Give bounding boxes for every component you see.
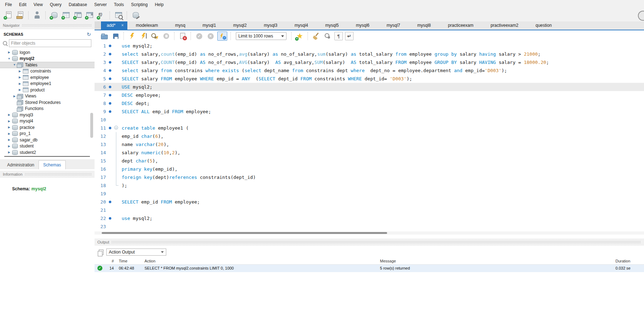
code-line[interactable]: 3SELECT salary,COUNT(emp_id) AS no_of_ro…	[95, 58, 644, 66]
code-line[interactable]: 11create table employee1 (	[95, 124, 644, 132]
menu-help[interactable]: Help	[151, 1, 167, 8]
output-row[interactable]: 1406:42:48SELECT * FROM mysql2.constrain…	[95, 265, 644, 272]
code-line[interactable]: 7DESC employee;	[95, 91, 644, 99]
chevron-collapsed-icon[interactable]: ▶	[7, 120, 11, 123]
chevron-collapsed-icon[interactable]: ▶	[7, 145, 11, 148]
tab-mysql3[interactable]: mysql3	[255, 21, 286, 30]
code-line[interactable]: 18);	[95, 181, 644, 190]
tab-mysql7[interactable]: mysql7	[378, 21, 409, 30]
tab-mysql8[interactable]: mysql8	[409, 21, 440, 30]
scrollbar-thumb[interactable]	[102, 232, 387, 234]
chevron-collapsed-icon[interactable]: ▶	[7, 151, 11, 154]
fold-line-icon[interactable]	[112, 173, 122, 181]
tab-mysql6[interactable]: mysql6	[348, 21, 378, 30]
sql-editor[interactable]: 1use mysql2;2select salary,count(emp_id)…	[95, 42, 644, 231]
inspector-icon[interactable]	[32, 11, 42, 20]
fold-line-icon[interactable]	[112, 165, 122, 173]
open-sql-script-icon[interactable]	[15, 11, 25, 20]
pilcrow-icon[interactable]	[334, 32, 343, 40]
menu-tools[interactable]: Tools	[110, 1, 127, 8]
menu-scripting[interactable]: Scripting	[127, 1, 151, 8]
code-line[interactable]: 20SELECT emp_id FROM employee;	[95, 198, 644, 206]
code-line[interactable]: 13name varchar(20),	[95, 140, 644, 149]
code-line[interactable]: 14salary numeric(10,2),	[95, 149, 644, 157]
wrap-icon[interactable]	[345, 32, 354, 40]
toggle-autocommit-icon[interactable]	[217, 31, 227, 41]
create-view-icon[interactable]	[73, 11, 82, 20]
chevron-collapsed-icon[interactable]: ▶	[17, 70, 22, 73]
tree-item-employee[interactable]: ▶employee	[0, 74, 95, 81]
reconnect-dbms-icon[interactable]	[131, 11, 140, 20]
fold-line-icon[interactable]	[112, 149, 122, 157]
tree-item-practice[interactable]: ▶practice	[0, 124, 95, 131]
code-line[interactable]: 5SELECT salary FROM employee WHERE emp_i…	[95, 75, 644, 83]
menu-server[interactable]: Server	[91, 1, 110, 8]
code-line[interactable]: 19	[95, 190, 644, 198]
code-line[interactable]: 17foreign key(dept)references constraint…	[95, 173, 644, 181]
code-line[interactable]: 23	[95, 222, 644, 231]
tab-practiceexam[interactable]: practiceexam	[440, 21, 482, 30]
tree-item-sagar-db[interactable]: ▶sagar_db	[0, 137, 95, 143]
tab-add[interactable]: add*×	[101, 21, 127, 30]
fold-open-icon[interactable]	[112, 124, 122, 132]
tree-item-tables[interactable]: ▼Tables	[0, 62, 95, 68]
code-line[interactable]: 8DESC dept;	[95, 99, 644, 107]
editor-horizontal-scrollbar[interactable]	[95, 231, 644, 235]
tree-item-student2[interactable]: ▶student2	[0, 149, 95, 156]
output-view-select[interactable]: Action Output	[106, 249, 166, 256]
rollback-icon[interactable]	[206, 32, 215, 41]
limit-rows-dropdown[interactable]: Limit to 1000 rows	[236, 32, 286, 40]
menu-view[interactable]: View	[30, 1, 46, 8]
tab-mysql4[interactable]: mysql4	[286, 21, 316, 30]
code-line[interactable]: 10	[95, 116, 644, 124]
create-procedure-icon[interactable]	[85, 11, 94, 20]
tree-item-mysql3[interactable]: ▶mysql3	[0, 112, 95, 118]
tree-item-views[interactable]: ▶Views	[0, 93, 95, 100]
code-line[interactable]: 1use mysql2;	[95, 42, 644, 50]
chevron-collapsed-icon[interactable]: ▶	[7, 51, 11, 54]
tree-item-functions[interactable]: Functions	[0, 106, 95, 112]
chevron-expanded-icon[interactable]: ▼	[7, 57, 11, 60]
chevron-collapsed-icon[interactable]: ▶	[17, 76, 22, 79]
code-line[interactable]: 4select salary from constrains where exi…	[95, 66, 644, 75]
sidebar-splitter-handle[interactable]	[4, 156, 90, 157]
menu-edit[interactable]: Edit	[15, 1, 30, 8]
tree-item-student[interactable]: ▶student	[0, 143, 95, 150]
snippet-star-icon[interactable]	[295, 32, 304, 41]
chevron-collapsed-icon[interactable]: ▶	[12, 95, 17, 98]
fold-line-icon[interactable]	[112, 132, 122, 140]
fold-line-icon[interactable]	[112, 140, 122, 149]
new-sql-tab-icon[interactable]	[4, 11, 13, 20]
explain-icon[interactable]	[150, 32, 159, 41]
create-table-icon[interactable]	[61, 11, 71, 20]
tab-modelexam[interactable]: modelexam	[127, 21, 167, 30]
execute-icon[interactable]	[127, 32, 137, 41]
tree-item-constraints[interactable]: ▶constraints	[0, 68, 95, 75]
chevron-collapsed-icon[interactable]: ▶	[7, 132, 11, 135]
tab-mysql1[interactable]: mysql1	[194, 21, 224, 30]
fold-end-icon[interactable]	[112, 181, 122, 190]
find-icon[interactable]	[323, 32, 332, 41]
fold-line-icon[interactable]	[112, 157, 122, 165]
tab-question[interactable]: question	[527, 21, 560, 30]
create-schema-icon[interactable]	[50, 11, 59, 20]
save-icon[interactable]	[111, 32, 120, 41]
chevron-collapsed-icon[interactable]: ▶	[7, 126, 11, 129]
chevron-collapsed-icon[interactable]: ▶	[17, 82, 22, 85]
search-table-data-icon[interactable]	[114, 11, 123, 20]
refresh-schemas-icon[interactable]: ↻	[87, 31, 91, 37]
tab-mysql5[interactable]: mysql5	[316, 21, 347, 30]
tab-practiveexam2[interactable]: practiveexam2	[482, 21, 527, 30]
tree-item-stored-procedures[interactable]: Stored Procedures	[0, 99, 95, 106]
tree-item-mysql2[interactable]: ▼mysql2	[0, 56, 95, 62]
tab-mysql2[interactable]: mysql2	[224, 21, 255, 30]
menu-query[interactable]: Query	[46, 1, 65, 8]
code-line[interactable]: 22use mysql2;	[95, 214, 644, 222]
commit-icon[interactable]	[194, 32, 204, 41]
menu-database[interactable]: Database	[65, 1, 91, 8]
chevron-collapsed-icon[interactable]: ▶	[7, 138, 11, 141]
code-line[interactable]: 16primary key(emp_id),	[95, 165, 644, 173]
close-icon[interactable]: ×	[121, 21, 124, 30]
code-line[interactable]: 2select salary,count(emp_id) as no_of_ro…	[95, 50, 644, 58]
tree-item-logon[interactable]: ▶logon	[0, 49, 95, 56]
